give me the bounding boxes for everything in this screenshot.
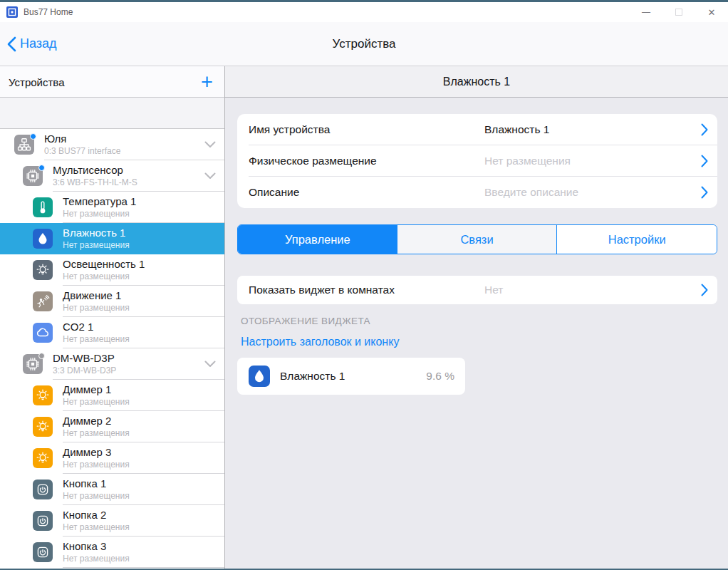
sidebar-device-row[interactable]: Кнопка 1Нет размещения [0, 474, 224, 505]
power-icon [33, 511, 53, 531]
network-icon [14, 135, 34, 155]
configure-widget-link[interactable]: Настроить заголовок и иконку [241, 336, 717, 348]
device-placement: 0:3 BUS77 interface [44, 146, 120, 157]
device-name: Диммер 2 [63, 415, 130, 428]
device-fields-card: Имя устройстваВлажность 1Физическое разм… [237, 114, 717, 208]
device-name: Кнопка 1 [63, 477, 130, 491]
field-row[interactable]: Имя устройстваВлажность 1 [237, 114, 717, 145]
tab-links[interactable]: Связи [397, 225, 557, 254]
bulb-icon [33, 417, 53, 437]
sidebar-device-row[interactable]: Диммер 2Нет размещения [0, 411, 224, 442]
maximize-button[interactable] [662, 2, 695, 22]
bulb-icon [33, 385, 53, 405]
field-row[interactable]: ОписаниеВведите описание [237, 177, 717, 208]
sidebar-device-row[interactable]: Мультисенсор3:6 WB-FS-TH-IL-M-S [0, 160, 224, 192]
nav-header: Назад Устройства [0, 22, 728, 66]
close-button[interactable]: ✕ [695, 2, 728, 22]
device-placement: Нет размещения [63, 460, 130, 470]
sidebar-device-row[interactable]: Кнопка 3Нет размещения [0, 537, 224, 568]
detail-tabs: УправлениеСвязиНастройки [237, 224, 717, 254]
device-placement: Нет размещения [63, 522, 130, 533]
minimize-button[interactable]: — [630, 2, 662, 22]
chevron-right-icon [701, 284, 708, 296]
device-name: Температура 1 [63, 195, 136, 209]
power-icon [33, 542, 53, 562]
device-name: Мультисенсор [53, 164, 137, 177]
sidebar-device-row[interactable]: Освещенность 1Нет размещения [0, 254, 224, 286]
sidebar-device-row[interactable]: CO2 1Нет размещения [0, 317, 224, 348]
device-name: Юля [44, 133, 120, 146]
chevron-right-icon [701, 155, 708, 167]
bulb-icon [33, 448, 53, 468]
device-name: Кнопка 2 [63, 509, 130, 522]
field-value: Введите описание [484, 186, 578, 199]
device-name: Влажность 1 [63, 227, 130, 240]
tab-settings[interactable]: Настройки [556, 225, 717, 254]
add-device-button[interactable]: + [198, 73, 216, 91]
status-dot [38, 353, 45, 359]
device-placement: Нет размещения [63, 240, 130, 251]
bulb-icon [33, 260, 53, 280]
device-name: Кнопка 3 [63, 540, 130, 554]
device-placement: Нет размещения [63, 397, 130, 408]
sidebar-device-row[interactable]: Влажность 1Нет размещения [0, 223, 224, 254]
back-button[interactable]: Назад [7, 36, 57, 52]
drop-icon [33, 229, 53, 249]
field-label: Имя устройства [249, 123, 330, 136]
chevron-down-icon[interactable] [204, 361, 216, 368]
sidebar-device-row[interactable]: DM-WB-D3P3:3 DM-WB-D3P [0, 348, 224, 380]
power-icon [33, 480, 53, 499]
chevron-right-icon [701, 123, 708, 136]
chip-icon [23, 166, 43, 186]
chip-icon [23, 354, 43, 374]
device-placement: Нет размещения [63, 209, 136, 219]
field-value: Влажность 1 [484, 123, 549, 136]
device-placement: Нет размещения [63, 271, 145, 282]
device-name: DM-WB-D3P [53, 352, 116, 366]
sidebar-spacer [0, 98, 224, 129]
tab-control[interactable]: Управление [238, 225, 397, 254]
window-titlebar: Bus77 Home — ✕ [0, 2, 728, 22]
device-placement: Нет размещения [63, 334, 130, 345]
device-list: Юля0:3 BUS77 interfaceМультисенсор3:6 WB… [0, 129, 224, 569]
sidebar-title: Устройства [9, 76, 64, 88]
sidebar-device-row[interactable]: Кнопка 2Нет размещения [0, 505, 224, 537]
device-placement: Нет размещения [63, 491, 130, 502]
show-widget-label: Показать виджет в комнатах [249, 284, 395, 296]
device-placement: Нет размещения [63, 303, 130, 314]
device-placement: 3:3 DM-WB-D3P [53, 366, 116, 376]
maximize-icon [675, 9, 682, 16]
sidebar-device-row[interactable]: Диммер 1Нет размещения [0, 380, 224, 411]
sidebar-device-row[interactable]: Температура 1Нет размещения [0, 192, 224, 223]
chevron-down-icon[interactable] [204, 141, 216, 148]
field-value: Нет размещения [484, 155, 571, 167]
device-detail-pane: Влажность 1 Имя устройстваВлажность 1Физ… [225, 66, 728, 569]
sidebar-device-row[interactable]: Диммер 3Нет размещения [0, 442, 224, 474]
device-name: Диммер 1 [63, 383, 130, 397]
detail-header: Влажность 1 [225, 66, 728, 98]
sidebar-device-row[interactable]: Юля0:3 BUS77 interface [0, 129, 224, 160]
widget-value: 9.6 % [426, 370, 454, 383]
field-row[interactable]: Физическое размещениеНет размещения [237, 145, 717, 177]
app-logo-icon [6, 6, 18, 18]
widget-section-title: ОТОБРАЖЕНИЕ ВИДЖЕТА [241, 316, 717, 326]
show-widget-row[interactable]: Показать виджет в комнатах Нет [237, 276, 717, 304]
status-dot [30, 133, 36, 140]
device-name: Движение 1 [63, 289, 130, 303]
thermometer-icon [33, 197, 53, 217]
show-widget-value: Нет [484, 284, 503, 296]
device-name: Диммер 3 [63, 446, 130, 460]
sidebar-header: Устройства + [0, 66, 224, 98]
field-label: Физическое размещение [249, 155, 377, 167]
drop-icon [249, 366, 270, 387]
chevron-right-icon [701, 186, 708, 199]
motion-icon [33, 291, 53, 311]
back-label: Назад [20, 36, 57, 51]
chevron-down-icon[interactable] [204, 172, 216, 180]
page-title: Устройства [0, 37, 728, 51]
device-placement: Нет размещения [63, 428, 130, 439]
widget-title: Влажность 1 [280, 370, 345, 383]
sidebar-device-row[interactable]: Движение 1Нет размещения [0, 286, 224, 317]
status-dot [38, 165, 45, 171]
device-placement: Нет размещения [63, 554, 130, 564]
